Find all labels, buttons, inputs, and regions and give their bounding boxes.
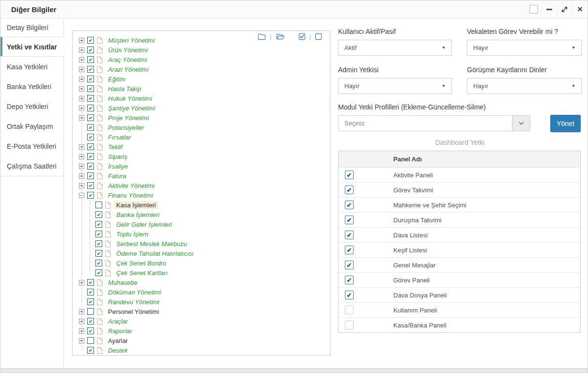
minimize-button[interactable]: [541, 0, 557, 18]
tree-node-label[interactable]: Fatura: [106, 172, 128, 180]
tree-expander[interactable]: −: [79, 193, 84, 198]
tree-node-label[interactable]: Araçlar: [106, 317, 130, 326]
tree-node-label[interactable]: Şantiye Yönetimi: [106, 104, 157, 112]
field-select[interactable]: Aktif ▼: [338, 40, 452, 56]
tree-expander[interactable]: +: [79, 328, 84, 334]
tree-node-label[interactable]: Teklif: [106, 143, 124, 151]
tree-checkbox[interactable]: ✔: [87, 66, 94, 73]
tree-checkbox[interactable]: ✔: [87, 143, 94, 150]
tree-checkbox[interactable]: ✔: [87, 172, 94, 179]
sidebar-item-4[interactable]: Depo Yetkileri: [0, 96, 63, 116]
tree-checkbox[interactable]: ✔: [95, 240, 102, 247]
tree-expander[interactable]: +: [79, 338, 84, 343]
tree-node-label[interactable]: Serbest Meslek Makbuzu: [114, 240, 189, 248]
sidebar-item-6[interactable]: E-Posta Yetkileri: [0, 136, 63, 156]
tree-node-label[interactable]: Kasa İşlemleri: [114, 201, 158, 209]
tree-expander[interactable]: +: [79, 57, 84, 62]
tree-checkbox[interactable]: ✔: [87, 279, 94, 286]
collapse-all-folder-icon[interactable]: [258, 33, 266, 40]
tree-node-label[interactable]: Raporlar: [106, 327, 134, 335]
tree-expander[interactable]: +: [79, 96, 84, 101]
tree-checkbox[interactable]: ✔: [87, 124, 94, 131]
check-all-icon[interactable]: [298, 33, 306, 40]
row-checkbox[interactable]: [345, 306, 354, 314]
sidebar-item-0[interactable]: Detay Bilgileri: [0, 17, 64, 37]
row-checkbox[interactable]: ✔: [345, 231, 354, 239]
tree-checkbox[interactable]: ✔: [87, 76, 94, 82]
row-checkbox[interactable]: ✔: [345, 276, 354, 284]
tree-node-label[interactable]: Aktivite Yönetimi: [106, 182, 156, 190]
tree-node-label[interactable]: Muhasebe: [106, 279, 139, 287]
tree-checkbox[interactable]: ✔: [95, 260, 102, 266]
sidebar-item-1[interactable]: Yetki ve Kısıtlar: [0, 37, 64, 57]
tree-checkbox[interactable]: ✔: [87, 192, 94, 199]
tree-checkbox[interactable]: ✔: [87, 289, 94, 295]
tree-expander[interactable]: +: [79, 67, 84, 72]
tree-node-label[interactable]: Müşteri Yönetimi: [106, 36, 157, 45]
field-select[interactable]: Hayır ▼: [338, 78, 452, 94]
tree-node-label[interactable]: Ayarlar: [106, 337, 130, 345]
field-select[interactable]: Hayır ▼: [467, 40, 582, 56]
tree-node-label[interactable]: Döküman Yönetimi: [106, 288, 163, 296]
restore-button[interactable]: [526, 0, 541, 18]
tree-expander[interactable]: +: [79, 173, 84, 179]
tree-checkbox[interactable]: ✔: [95, 250, 102, 257]
tree-node-label[interactable]: Fırsatlar: [106, 133, 133, 141]
tree-checkbox[interactable]: ✔: [87, 105, 94, 111]
tree-checkbox[interactable]: ✔: [87, 182, 94, 189]
tree-expander[interactable]: +: [79, 319, 84, 324]
tree-checkbox[interactable]: [87, 308, 94, 315]
tree-checkbox[interactable]: ✔: [87, 37, 94, 44]
tree-node-label[interactable]: Hasta Takip: [106, 85, 143, 93]
tree-checkbox[interactable]: ✔: [87, 327, 94, 334]
combobox-dropdown-button[interactable]: [512, 116, 530, 131]
tree-checkbox[interactable]: [87, 337, 94, 344]
tree-node-label[interactable]: Çek Senet Bordro: [114, 259, 168, 267]
tree-expander[interactable]: +: [79, 183, 84, 188]
tree-node-label[interactable]: Araç Yönetimi: [106, 56, 149, 64]
tree-checkbox[interactable]: ✔: [87, 318, 94, 325]
tree-expander[interactable]: +: [79, 154, 84, 159]
tree-checkbox[interactable]: ✔: [87, 134, 94, 140]
tree-node-label[interactable]: Arazi Yönetimi: [106, 65, 151, 74]
row-checkbox[interactable]: ✔: [345, 291, 354, 299]
tree-expander[interactable]: +: [79, 106, 84, 111]
tree-expander[interactable]: +: [79, 86, 84, 92]
tree-checkbox[interactable]: ✔: [95, 211, 102, 218]
tree-node-label[interactable]: Randevu Yönetimi: [106, 298, 161, 306]
row-checkbox[interactable]: ✔: [345, 261, 354, 269]
tree-checkbox[interactable]: ✔: [87, 114, 94, 121]
sidebar-item-3[interactable]: Banka Yetkileri: [0, 77, 63, 96]
row-checkbox[interactable]: [345, 321, 354, 329]
tree-checkbox[interactable]: ✔: [87, 56, 94, 63]
sidebar-item-5[interactable]: Ortak Paylaşım: [0, 116, 63, 136]
tree-checkbox[interactable]: ✔: [87, 163, 94, 170]
tree-node-label[interactable]: Çek Senet Kartları: [114, 269, 170, 277]
tree-expander[interactable]: +: [79, 47, 84, 53]
row-checkbox[interactable]: ✔: [345, 246, 354, 254]
tree-node-label[interactable]: Banka İşlemleri: [114, 211, 161, 219]
expand-all-folder-icon[interactable]: [276, 33, 285, 40]
tree-expander[interactable]: +: [79, 164, 84, 169]
tree-expander[interactable]: +: [79, 280, 84, 285]
tree-checkbox[interactable]: ✔: [95, 231, 102, 237]
tree-checkbox[interactable]: ✔: [87, 347, 94, 354]
tree-node-label[interactable]: Proje Yönetimi: [106, 114, 151, 122]
tree-node-label[interactable]: Eğitim: [106, 75, 127, 83]
tree-node-label[interactable]: Potansiyeller: [106, 124, 146, 132]
row-checkbox[interactable]: ✔: [345, 216, 354, 224]
tree-checkbox[interactable]: ✔: [95, 269, 102, 276]
tree-node-label[interactable]: Destek: [106, 346, 129, 355]
tree-node-label[interactable]: Personel Yönetimi: [106, 308, 161, 316]
tree-node-label[interactable]: Ödeme Tahsilat Hatırlatıcısı: [114, 249, 196, 258]
tree-checkbox[interactable]: ✔: [87, 85, 94, 92]
tree-expander[interactable]: +: [79, 115, 84, 121]
tree-checkbox[interactable]: ✔: [95, 221, 102, 228]
tree-node-label[interactable]: Sipariş: [106, 153, 129, 161]
module-profiles-combobox[interactable]: Seçiniz: [338, 115, 530, 131]
tree-node-label[interactable]: Ürün Yönetimi: [106, 46, 150, 54]
tree-checkbox[interactable]: ✔: [87, 153, 94, 160]
tree-node-label[interactable]: İrsaliye: [106, 162, 130, 171]
tree-node-label[interactable]: Hukuk Yönetimi: [106, 94, 154, 103]
tree-checkbox[interactable]: ✔: [87, 95, 94, 102]
